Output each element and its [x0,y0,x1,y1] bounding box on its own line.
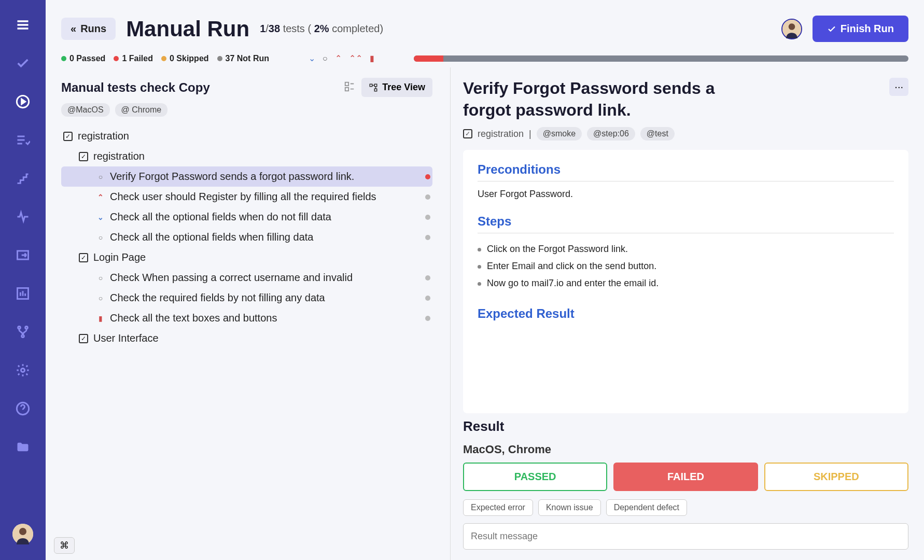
import-icon[interactable] [13,246,32,264]
node-label: Check all the optional fields when filli… [110,231,420,243]
test-detail-panel: Verify Forgot Password sends a forgot pa… [450,67,924,560]
menu-icon[interactable] [13,16,32,34]
node-label: registration [93,150,430,162]
finish-run-button[interactable]: Finish Run [813,16,908,42]
help-icon[interactable] [13,399,32,418]
tree-folder[interactable]: ✓registration [61,126,432,146]
svg-point-6 [21,369,25,372]
skipped-button[interactable]: SKIPPED [764,463,908,491]
result-section: Result MacOS, Chrome PASSED FAILED SKIPP… [463,418,908,550]
svg-point-11 [788,23,795,30]
indicator-dot [425,215,430,220]
folder-icon[interactable] [13,438,32,456]
stat-skipped: 0 Skipped [161,54,209,63]
play-icon[interactable] [13,92,32,111]
defect-row: Expected errorKnown issueDependent defec… [463,499,908,516]
tree-test[interactable]: ○Verify Forgot Password sends a forgot p… [61,166,432,187]
meta-chip[interactable]: @step:06 [587,127,635,141]
meta-chip[interactable]: @smoke [537,127,582,141]
sidebar [0,0,46,560]
node-label: registration [78,130,430,142]
filter-double-up-icon[interactable]: ⌃⌃ [349,53,362,63]
tree-test[interactable]: ○Check all the optional fields when fill… [61,227,432,247]
filter-up-icon[interactable]: ⌃ [335,53,342,63]
filter-down-icon[interactable]: ⌄ [309,53,315,63]
defect-chip[interactable]: Expected error [463,499,533,516]
keyboard-hint[interactable]: ⌘ [54,537,75,554]
tree-test[interactable]: ○Check When passing a correct username a… [61,268,432,288]
indicator-dot [425,235,430,240]
preconditions-text: User Forgot Password. [478,189,894,200]
tag-chip[interactable]: @ Chrome [115,103,168,117]
svg-point-9 [19,528,26,535]
expected-result-label: Expected Result [478,306,894,321]
filter-icons: ⌄ ○ ⌃ ⌃⌃ ▮ [309,53,374,63]
node-label: Check When passing a correct username an… [110,272,420,284]
back-button[interactable]: « Runs [61,18,116,40]
user-avatar[interactable] [781,19,802,39]
defect-chip[interactable]: Dependent defect [606,499,687,516]
node-label: Check all the text boxes and buttons [110,312,420,324]
tag-chip[interactable]: @MacOS [61,103,110,117]
defect-chip[interactable]: Known issue [538,499,601,516]
page-title: Manual Run [126,17,249,41]
svg-rect-14 [370,84,373,87]
list-check-icon[interactable] [13,131,32,149]
indicator-dot [425,194,430,200]
checkbox-icon: ✓ [79,253,88,262]
tree-view-button[interactable]: Tree View [361,78,432,97]
tree-test[interactable]: ⌃Check user should Register by filling a… [61,187,432,207]
svg-rect-12 [345,82,348,85]
step-item: Click on the Forgot Password link. [478,241,894,258]
node-label: User Interface [93,332,430,344]
step-item: Now go to mail7.io and enter the email i… [478,275,894,292]
test-list-panel: Manual tests check Copy Tree View @MacOS… [46,67,445,560]
checkbox-icon: ✓ [79,152,88,161]
indicator-dot [425,275,430,281]
status-icon: ○ [96,173,105,181]
filter-circle-icon[interactable]: ○ [323,54,328,63]
tree-test[interactable]: ▮Check all the text boxes and buttons [61,308,432,328]
status-icon: ▮ [96,314,105,323]
list-view-icon[interactable] [344,81,355,94]
pulse-icon[interactable] [13,207,32,226]
stat-passed: 0 Passed [61,54,105,63]
indicator-dot [425,174,430,179]
failed-button[interactable]: FAILED [613,463,758,491]
test-title: Verify Forgot Password sends a forgot pa… [463,78,733,121]
node-label: Verify Forgot Password sends a forgot pa… [110,171,420,183]
meta-checkbox-icon: ✓ [463,129,472,138]
branch-icon[interactable] [13,323,32,341]
progress-bar [414,55,908,62]
preconditions-label: Preconditions [478,162,894,177]
test-tree: ✓registration✓registration○Verify Forgot… [61,126,445,348]
svg-point-3 [18,327,21,329]
steps-label: Steps [478,214,894,229]
tree-test[interactable]: ⌄Check all the optional fields when do n… [61,207,432,227]
indicator-dot [425,296,430,301]
run-title: Manual tests check Copy [61,80,210,95]
filter-flag-icon[interactable]: ▮ [370,53,374,63]
checkbox-icon: ✓ [63,132,73,141]
more-button[interactable]: ··· [889,78,908,96]
tree-folder[interactable]: ✓Login Page [61,247,432,268]
result-label: Result [463,418,908,435]
step-item: Enter Email and click on the send button… [478,258,894,275]
check-icon[interactable] [13,54,32,73]
status-icon: ⌄ [96,213,105,221]
tree-folder[interactable]: ✓User Interface [61,328,432,348]
svg-rect-16 [375,89,377,91]
sidebar-avatar[interactable] [12,524,33,544]
result-message-input[interactable] [463,523,908,550]
passed-button[interactable]: PASSED [463,463,607,491]
tree-folder[interactable]: ✓registration [61,146,432,166]
node-label: Check the required fields by not filling… [110,292,420,304]
meta-chip[interactable]: @test [640,127,675,141]
header: « Runs Manual Run 1/38 tests ( 2% comple… [46,0,924,47]
gear-icon[interactable] [13,361,32,380]
bar-chart-icon[interactable] [13,284,32,303]
svg-point-4 [25,327,28,329]
tests-counter: 1/38 tests ( 2% completed) [260,23,383,35]
stairs-icon[interactable] [13,169,32,188]
tree-test[interactable]: ○Check the required fields by not fillin… [61,288,432,308]
